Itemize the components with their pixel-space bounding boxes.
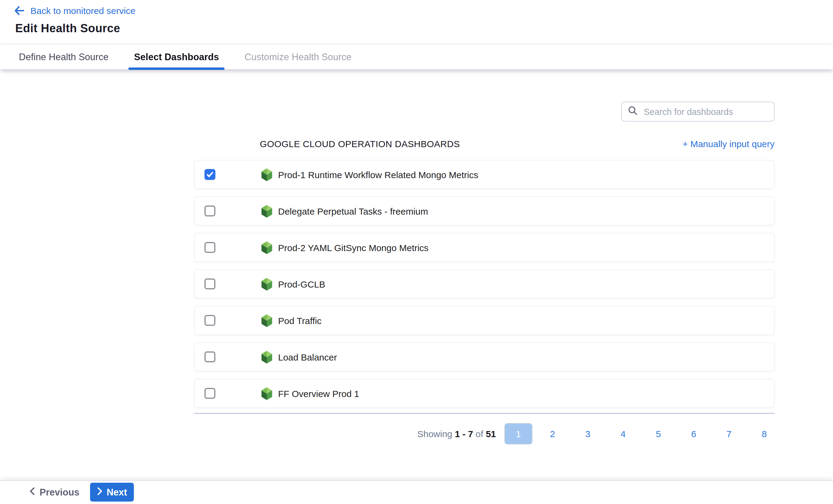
next-button[interactable]: Next xyxy=(90,483,134,502)
dashboard-row-main: Prod-2 YAML GitSync Mongo Metrics xyxy=(260,241,429,254)
dashboard-checkbox[interactable] xyxy=(205,315,215,326)
dashboard-label: Prod-1 Runtime Workflow Related Mongo Me… xyxy=(278,169,478,180)
arrow-left-icon xyxy=(14,5,25,17)
page-button-4[interactable]: 4 xyxy=(616,428,630,439)
manually-input-query-link[interactable]: + Manually input query xyxy=(683,138,775,149)
dashboard-row: Load Balancer xyxy=(194,342,775,372)
dashboard-label: Load Balancer xyxy=(278,352,337,362)
dashboard-checkbox[interactable] xyxy=(205,388,215,399)
dashboard-checkbox[interactable] xyxy=(205,278,215,289)
dashboard-row: Delegate Perpetual Tasks - freemium xyxy=(194,196,775,226)
content-area: GOOGLE CLOUD OPERATION DASHBOARDS + Manu… xyxy=(0,69,833,481)
gco-dashboard-hexagon-icon xyxy=(260,168,273,181)
dashboard-list-region: GOOGLE CLOUD OPERATION DASHBOARDS + Manu… xyxy=(194,135,775,445)
dashboard-row-main: Delegate Perpetual Tasks - freemium xyxy=(260,204,428,218)
showing-summary: Showing 1 - 7 of 51 xyxy=(417,428,496,439)
search-icon xyxy=(628,105,638,118)
dashboard-checkbox[interactable] xyxy=(205,242,215,253)
chevron-left-icon xyxy=(29,487,35,498)
dashboard-checkbox[interactable] xyxy=(205,351,215,362)
showing-total: 51 xyxy=(486,428,496,439)
dashboard-rows: Prod-1 Runtime Workflow Related Mongo Me… xyxy=(194,160,775,408)
dashboard-label: Pod Traffic xyxy=(278,315,322,326)
section-header: GOOGLE CLOUD OPERATION DASHBOARDS xyxy=(260,138,460,149)
footer-bar: Previous Next xyxy=(0,480,833,504)
page-button-active[interactable]: 1 xyxy=(504,423,532,444)
previous-label: Previous xyxy=(40,487,79,498)
next-label: Next xyxy=(106,487,127,498)
page-button-5[interactable]: 5 xyxy=(652,428,665,439)
dashboard-row: Prod-2 YAML GitSync Mongo Metrics xyxy=(194,233,775,262)
showing-range: 1 - 7 xyxy=(455,428,473,439)
gco-dashboard-hexagon-icon xyxy=(260,241,273,254)
dashboard-row-main: Load Balancer xyxy=(260,350,337,364)
page-button-3[interactable]: 3 xyxy=(581,428,594,439)
gco-dashboard-hexagon-icon xyxy=(260,277,273,291)
dashboard-row-main: Prod-1 Runtime Workflow Related Mongo Me… xyxy=(260,168,478,181)
tab-define-health-source[interactable]: Define Health Source xyxy=(14,44,114,69)
dashboard-checkbox[interactable] xyxy=(205,205,215,217)
back-link-label: Back to monitored service xyxy=(30,5,135,16)
page-button-8[interactable]: 8 xyxy=(758,428,771,439)
page-button-7[interactable]: 7 xyxy=(722,428,736,439)
dashboard-row-main: Prod-GCLB xyxy=(260,277,325,291)
gco-dashboard-hexagon-icon xyxy=(260,386,273,400)
search-input[interactable] xyxy=(643,106,768,117)
dashboard-row: Pod Traffic xyxy=(194,306,775,335)
previous-button[interactable]: Previous xyxy=(24,483,84,502)
edit-health-source-page: Back to monitored service Edit Health So… xyxy=(0,0,833,504)
dashboard-label: Prod-GCLB xyxy=(278,279,325,289)
dashboard-row: Prod-1 Runtime Workflow Related Mongo Me… xyxy=(194,160,775,189)
page-title: Edit Health Source xyxy=(15,22,120,35)
back-to-monitored-service-link[interactable]: Back to monitored service xyxy=(14,5,135,17)
dashboard-row-main: Pod Traffic xyxy=(260,313,322,327)
gco-dashboard-hexagon-icon xyxy=(260,350,273,364)
wizard-tabbar: Define Health Source Select Dashboards C… xyxy=(0,44,833,69)
dashboard-label: FF Overview Prod 1 xyxy=(278,388,359,399)
list-header-row: GOOGLE CLOUD OPERATION DASHBOARDS + Manu… xyxy=(194,135,775,152)
dashboard-search-box[interactable] xyxy=(621,102,775,122)
page-button-6[interactable]: 6 xyxy=(687,428,700,439)
dashboard-row: Prod-GCLB xyxy=(194,269,775,299)
dashboard-label: Prod-2 YAML GitSync Mongo Metrics xyxy=(278,242,429,253)
tab-customize-health-source[interactable]: Customize Health Source xyxy=(239,44,357,69)
dashboard-row: FF Overview Prod 1 xyxy=(194,379,775,408)
page-button-2[interactable]: 2 xyxy=(546,428,559,439)
dashboard-label: Delegate Perpetual Tasks - freemium xyxy=(278,206,428,216)
tab-select-dashboards[interactable]: Select Dashboards xyxy=(129,44,224,69)
page-header: Back to monitored service Edit Health So… xyxy=(0,0,833,44)
dashboard-checkbox[interactable] xyxy=(205,169,215,180)
gco-dashboard-hexagon-icon xyxy=(260,313,273,327)
pagination: Showing 1 - 7 of 51 1 2345678 xyxy=(194,423,775,445)
gco-dashboard-hexagon-icon xyxy=(260,204,273,218)
dashboard-row-main: FF Overview Prod 1 xyxy=(260,386,359,400)
list-bottom-divider xyxy=(194,413,775,414)
chevron-right-icon xyxy=(97,487,103,498)
